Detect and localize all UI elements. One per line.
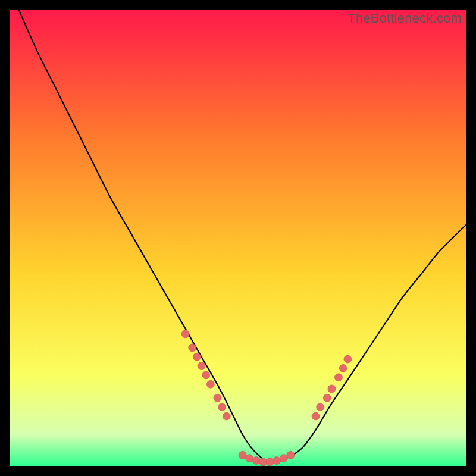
data-marker [214,394,221,402]
data-marker [193,353,201,361]
marker-group [181,330,352,466]
chart-frame: TheBottleneck.com [0,0,476,476]
data-marker [246,455,253,462]
data-marker [266,458,274,466]
data-marker [273,457,281,465]
data-marker [323,394,331,402]
data-marker [189,344,196,352]
data-marker [339,364,347,372]
bottleneck-curve [18,10,466,462]
data-marker [202,371,210,379]
data-marker [198,362,205,370]
data-marker [259,458,267,466]
data-marker [287,451,295,459]
data-marker [344,355,352,363]
data-marker [181,330,189,338]
data-marker [252,457,260,465]
data-marker [317,403,324,411]
watermark-text: TheBottleneck.com [347,11,462,26]
data-marker [239,451,246,459]
data-marker [206,380,214,388]
data-marker [334,374,342,381]
data-marker [223,412,230,420]
curve-layer [10,10,466,466]
data-marker [218,403,226,411]
plot-area: TheBottleneck.com [10,10,466,466]
data-marker [280,455,287,462]
data-marker [312,412,320,420]
data-marker [328,385,336,393]
